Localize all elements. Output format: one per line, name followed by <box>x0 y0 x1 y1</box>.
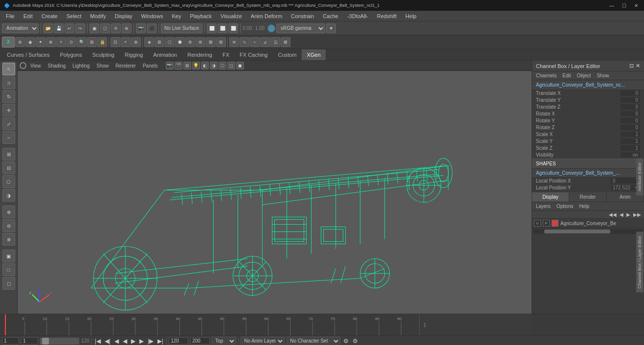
ch-value-rz[interactable]: 0 <box>621 125 640 130</box>
undo-icon[interactable]: ↩ <box>65 23 74 33</box>
char-settings-btn[interactable]: ⚙ <box>352 338 359 345</box>
save-icon[interactable]: 💾 <box>54 23 64 33</box>
menu-modify[interactable]: Modify <box>86 12 110 20</box>
minimize-button[interactable]: — <box>607 3 616 8</box>
tool22-icon[interactable]: ∿ <box>240 37 249 47</box>
prev-keyframe-btn[interactable]: ◀| <box>104 338 111 345</box>
layer-arrow-2[interactable]: ◀ <box>619 212 624 217</box>
vp-menu-renderer[interactable]: Renderer <box>112 63 139 69</box>
tool20-icon[interactable]: ⊞ <box>216 37 226 47</box>
lm-menu-layers[interactable]: Layers <box>534 203 553 209</box>
tool15-icon[interactable]: ⬡ <box>165 37 175 47</box>
cb-menu-show[interactable]: Show <box>595 72 611 79</box>
ch-value-sz[interactable]: 1 <box>621 145 640 151</box>
lm-menu-help[interactable]: Help <box>577 203 591 209</box>
no-anim-layer-dropdown[interactable]: No Anim Layer <box>241 337 285 345</box>
snap-curve-btn[interactable]: ⊖ <box>2 219 15 232</box>
snap-grid-btn[interactable]: ⊕ <box>2 206 15 218</box>
tool8-icon[interactable]: ⊞ <box>87 37 97 47</box>
channel-rotate-y[interactable]: Rotate Y 0 <box>532 117 644 124</box>
grid-btn[interactable]: ⊟ <box>2 161 15 174</box>
layer-visibility-toggle[interactable]: V <box>534 220 541 227</box>
menu-visualize[interactable]: Visualize <box>217 12 246 20</box>
ch-value-rx[interactable]: 0 <box>621 111 640 116</box>
channel-scale-x[interactable]: Scale X 1 <box>532 131 644 138</box>
channel-scale-y[interactable]: Scale Y 1 <box>532 138 644 145</box>
menu-anim-deform[interactable]: Anim Deform <box>247 12 286 20</box>
tab-rendering[interactable]: Rendering <box>182 49 217 60</box>
vp-menu-view[interactable]: View <box>27 63 44 69</box>
move-icon[interactable]: ✛ <box>111 23 121 33</box>
anim-settings-btn[interactable]: ⚙ <box>342 338 350 345</box>
lm-menu-options[interactable]: Options <box>555 203 575 209</box>
frame-slider[interactable] <box>40 338 79 345</box>
menu-select[interactable]: Select <box>63 12 86 20</box>
tab-rigging[interactable]: Rigging <box>120 49 148 60</box>
tab-fx[interactable]: FX <box>218 49 234 60</box>
camera-icon[interactable]: 📷 <box>136 23 146 33</box>
vp-shade1-icon[interactable]: ◐ <box>201 62 209 69</box>
tab-render[interactable]: Render <box>569 192 606 202</box>
redo-icon[interactable]: ↪ <box>75 23 85 33</box>
vp-cam-icon[interactable]: 📷 <box>166 62 174 69</box>
maximize-button[interactable]: ☐ <box>620 3 628 8</box>
anim-end-input[interactable] <box>190 337 210 345</box>
play-back-btn[interactable]: ◀ <box>122 338 128 345</box>
tool13-icon[interactable]: ◈ <box>144 37 154 47</box>
layer-arrow-4[interactable]: ▶▶ <box>632 212 642 217</box>
layer-arrow-1[interactable]: ◀◀ <box>608 212 618 217</box>
lp-value-y[interactable]: 172.522 ▼ <box>611 185 640 190</box>
channel-rotate-z[interactable]: Rotate Z 0 <box>532 124 644 131</box>
tool26-icon[interactable]: ⊠ <box>281 37 290 47</box>
tool1-icon[interactable]: ⊚ <box>15 37 25 47</box>
go-to-start-btn[interactable]: |◀ <box>94 338 102 345</box>
tool10-icon[interactable]: ⊡ <box>111 37 120 47</box>
lp-value-x[interactable]: 0 <box>611 178 640 184</box>
close-button[interactable]: ✕ <box>632 3 640 8</box>
layer-scrollbar[interactable] <box>533 229 643 234</box>
rotate-tool-btn[interactable]: ↻ <box>2 90 15 103</box>
tab-xgen[interactable]: XGen <box>302 49 325 60</box>
tool16-icon[interactable]: ⬢ <box>175 37 185 47</box>
local-pos-x-row[interactable]: Local Position X 0 <box>532 178 644 184</box>
channel-translate-x[interactable]: Translate X 0 <box>532 90 644 97</box>
menu-cache[interactable]: Cache <box>319 12 342 20</box>
open-icon[interactable]: 📂 <box>43 23 53 33</box>
color-arrow-icon[interactable]: ▼ <box>326 23 336 33</box>
timeline-ruler[interactable]: 5 10 15 20 25 30 35 40 45 50 55 60 65 70… <box>0 314 644 335</box>
tool7-icon[interactable]: 🔍 <box>77 37 87 47</box>
tool24-icon[interactable]: ⊿ <box>260 37 270 47</box>
ch-value-tz[interactable]: 0 <box>621 104 640 110</box>
ch-value-sy[interactable]: 1 <box>621 138 640 144</box>
render-all-btn[interactable]: ▣ <box>2 250 15 262</box>
ch-value-sx[interactable]: 1 <box>621 132 640 137</box>
circle-tool-btn[interactable]: ○ <box>2 131 15 144</box>
tool5-icon[interactable]: + <box>56 37 66 47</box>
vp-hide-icon[interactable]: ◻ <box>227 62 235 69</box>
lasso-tool-btn[interactable]: ⊃ <box>2 76 15 89</box>
tool14-icon[interactable]: ⊞ <box>155 37 164 47</box>
menu-constrain[interactable]: Constrain <box>287 12 318 20</box>
mode-dropdown[interactable]: Animation <box>2 23 39 33</box>
wireframe-btn[interactable]: ⬡ <box>2 175 15 188</box>
view3-icon[interactable]: ⬜ <box>228 23 238 33</box>
tool25-icon[interactable]: ⍍ <box>270 37 280 47</box>
shaded-btn[interactable]: ◑ <box>2 189 15 202</box>
local-pos-y-row[interactable]: Local Position Y 172.522 ▼ <box>532 184 644 191</box>
tab-polygons[interactable]: Polygons <box>55 49 87 60</box>
tab-sculpting[interactable]: Sculpting <box>88 49 119 60</box>
view2-icon[interactable]: ⬜ <box>218 23 227 33</box>
cb-menu-object[interactable]: Object <box>575 72 593 79</box>
menu-playback[interactable]: Playback <box>186 12 216 20</box>
tool21-icon[interactable]: ≋ <box>229 37 239 47</box>
menu-edit[interactable]: Edit <box>20 12 37 20</box>
tool6-icon[interactable]: ⊙ <box>67 37 76 47</box>
viewport-canvas[interactable]: x y z persp <box>18 71 532 314</box>
ch-value-ry[interactable]: 0 <box>621 118 640 123</box>
tab-animation[interactable]: Animation <box>148 49 182 60</box>
menu-redshift[interactable]: Redshift <box>373 12 400 20</box>
vp-sel-icon[interactable]: ◼ <box>236 62 244 69</box>
tool11-icon[interactable]: + <box>121 37 131 47</box>
view1-icon[interactable]: ⬜ <box>207 23 217 33</box>
current-frame-input[interactable] <box>21 337 38 345</box>
